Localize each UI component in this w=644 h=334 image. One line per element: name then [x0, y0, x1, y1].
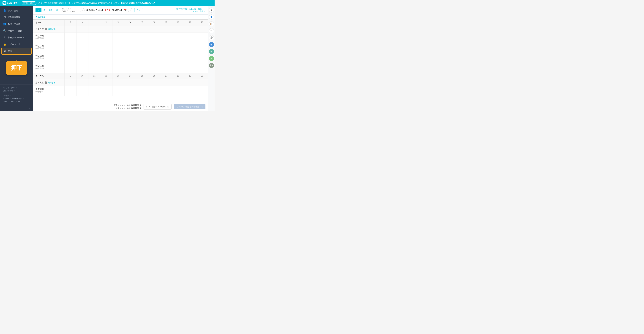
- schedule-cell[interactable]: [112, 43, 124, 53]
- view-tab-2週[interactable]: 2週: [47, 8, 54, 12]
- schedule-cell[interactable]: [112, 86, 124, 96]
- schedule-cell[interactable]: [124, 33, 136, 42]
- schedule-cell[interactable]: [196, 63, 208, 73]
- schedule-cell[interactable]: [76, 63, 88, 73]
- view-tab-日[interactable]: 日: [36, 8, 42, 12]
- prev-button[interactable]: ‹: [80, 8, 84, 12]
- schedule-cell[interactable]: [172, 53, 184, 63]
- help-icon[interactable]: ?: [44, 82, 47, 84]
- schedule-cell[interactable]: [136, 53, 148, 63]
- calendar-icon[interactable]: 📅: [124, 9, 127, 11]
- schedule-cell[interactable]: [76, 33, 88, 42]
- view-tab-週[interactable]: 週: [42, 8, 47, 12]
- staff-avatar-2[interactable]: 青: [209, 56, 214, 61]
- staff-avatar-3[interactable]: 青青: [209, 63, 214, 68]
- schedule-cell[interactable]: [148, 33, 160, 42]
- today-button[interactable]: 今日: [134, 8, 143, 12]
- schedule-cell[interactable]: [88, 63, 100, 73]
- schedule-cell[interactable]: [124, 53, 136, 63]
- schedule-cell[interactable]: [196, 86, 208, 96]
- banner-deadline[interactable]: 2023/03/31 23:59: [82, 2, 97, 4]
- schedule-cell[interactable]: [100, 63, 112, 73]
- schedule-cell[interactable]: [136, 63, 148, 73]
- sidebar-item-spot[interactable]: 🔍 単発バイト募集: [0, 27, 33, 34]
- recruit-link[interactable]: 0円で求人募集。indeedにも掲載。 ↗: [176, 8, 206, 10]
- edit-link[interactable]: 編集する: [48, 28, 56, 30]
- banner-cta[interactable]: 継続利用（有料）のお申込みはこちら ↗: [121, 2, 155, 4]
- sidebar-item-settings[interactable]: ⚙ 設定: [1, 48, 32, 55]
- schedule-cell[interactable]: [136, 33, 148, 42]
- schedule-cell[interactable]: [76, 43, 88, 53]
- schedule-cell[interactable]: [76, 86, 88, 96]
- schedule-button[interactable]: 📋: [209, 21, 214, 26]
- schedule-cell[interactable]: [76, 53, 88, 63]
- schedule-cell[interactable]: [112, 63, 124, 73]
- sidebar-terms-link[interactable]: 利用規約 ↗: [2, 94, 30, 97]
- schedule-cell[interactable]: [64, 53, 76, 63]
- schedule-cell[interactable]: [64, 33, 76, 42]
- schedule-cell[interactable]: [196, 33, 208, 42]
- sidebar-help-link[interactable]: ヘルプセンター ↗: [2, 86, 30, 89]
- schedule-cell[interactable]: [88, 43, 100, 53]
- schedule-cell[interactable]: [184, 43, 196, 53]
- sidebar-collapse-button[interactable]: «: [0, 105, 33, 112]
- schedule-cell[interactable]: [196, 53, 208, 63]
- schedule-cell[interactable]: [100, 86, 112, 96]
- schedule-cell[interactable]: [184, 86, 196, 96]
- confirm-all-button[interactable]: この日の下書きを一括確定する: [174, 104, 206, 109]
- schedule-cell[interactable]: [160, 43, 172, 53]
- schedule-cell[interactable]: [64, 86, 76, 96]
- schedule-cell[interactable]: [148, 43, 160, 53]
- schedule-cell[interactable]: [136, 86, 148, 96]
- schedule-cell[interactable]: [112, 33, 124, 42]
- sidebar-item-download[interactable]: ⬇ 各種ダウンロード: [0, 34, 33, 41]
- schedule-cell[interactable]: [124, 63, 136, 73]
- next-button[interactable]: ›: [128, 8, 132, 12]
- view-tab-月[interactable]: 月: [54, 8, 60, 12]
- faq-link[interactable]: よくあるご質問 ↗: [176, 10, 206, 12]
- schedule-cell[interactable]: [184, 33, 196, 42]
- sidebar-item-staff[interactable]: 👥 スタッフ管理: [0, 20, 33, 27]
- schedule-cell[interactable]: [172, 43, 184, 53]
- staff-avatar-1[interactable]: 青: [209, 49, 214, 54]
- schedule-cell[interactable]: [172, 63, 184, 73]
- schedule-cell[interactable]: [100, 33, 112, 42]
- schedule-cell[interactable]: [196, 43, 208, 53]
- schedule-cell[interactable]: [64, 43, 76, 53]
- mail-button[interactable]: ✉: [209, 28, 214, 33]
- staff-avatar-0[interactable]: 青: [209, 42, 214, 47]
- schedule-cell[interactable]: [160, 63, 172, 73]
- edit-link[interactable]: 編集する: [48, 82, 56, 84]
- schedule-cell[interactable]: [160, 86, 172, 96]
- add-user-button[interactable]: 👤: [209, 14, 214, 20]
- schedule-cell[interactable]: [100, 53, 112, 63]
- schedule-cell[interactable]: [124, 43, 136, 53]
- schedule-cell[interactable]: [88, 53, 100, 63]
- schedule-cell[interactable]: [172, 33, 184, 42]
- schedule-cell[interactable]: [88, 86, 100, 96]
- schedule-cell[interactable]: [88, 33, 100, 42]
- calendar-print[interactable]: カレンダー 印刷プレビュー: [62, 8, 75, 13]
- info-button[interactable]: ℹ: [209, 8, 214, 12]
- sidebar-item-timecard[interactable]: 🔒 タイムカード ↗: [0, 41, 33, 48]
- schedule-cell[interactable]: [64, 63, 76, 73]
- sidebar-contact-link[interactable]: お問い合わせ ↗: [2, 90, 30, 92]
- sidebar-item-timecard-mgmt[interactable]: ⏱ 打刻実績管理: [0, 14, 33, 20]
- trial-badge[interactable]: 無料体験期間中: [21, 2, 36, 5]
- schedule-cell[interactable]: [184, 63, 196, 73]
- sidebar-privacy-link[interactable]: プライバシーポリシー ↗: [2, 100, 30, 103]
- sidebar-service-terms-link[interactable]: Airサービス共通利用約款 ↗: [2, 98, 30, 100]
- sidebar-item-shift[interactable]: 👤 シフト管理: [0, 7, 33, 14]
- schedule-cell[interactable]: [124, 86, 136, 96]
- schedule-cell[interactable]: [136, 43, 148, 53]
- schedule-cell[interactable]: [172, 86, 184, 96]
- display-settings-bar[interactable]: ▼ 表示設定: [33, 14, 208, 19]
- schedule-cell[interactable]: [160, 33, 172, 42]
- schedule-cell[interactable]: [148, 63, 160, 73]
- schedule-cell[interactable]: [112, 53, 124, 63]
- schedule-cell[interactable]: [148, 86, 160, 96]
- help-icon[interactable]: ?: [44, 28, 47, 30]
- schedule-cell[interactable]: [160, 53, 172, 63]
- share-print-button[interactable]: シフト表を共有・印刷する: [144, 104, 172, 110]
- schedule-cell[interactable]: [148, 53, 160, 63]
